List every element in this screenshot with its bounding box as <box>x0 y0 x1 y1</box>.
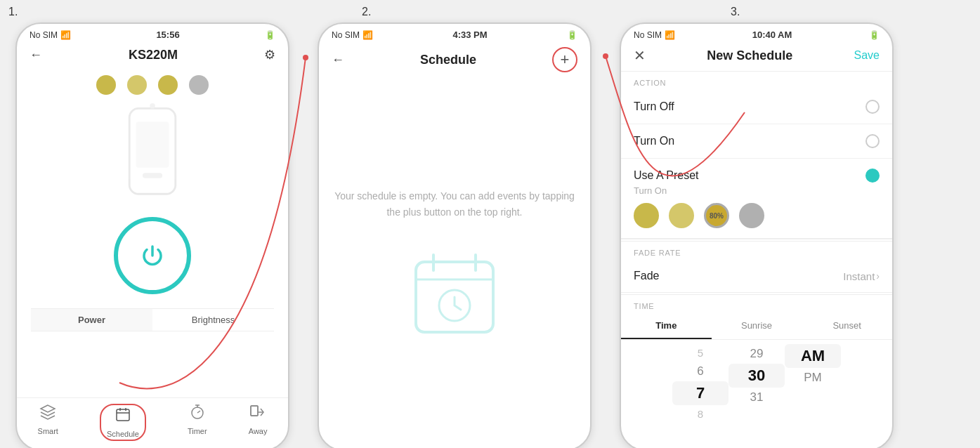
battery-icon-2: 🔋 <box>567 30 577 40</box>
use-preset-section: Use A Preset Turn On 80% <box>621 159 892 239</box>
bottom-nav-timer[interactable]: Timer <box>188 404 207 441</box>
turn-off-label: Turn Off <box>634 100 674 113</box>
power-button-ring[interactable] <box>114 217 191 294</box>
tab-brightness[interactable]: Brightness <box>152 309 274 331</box>
step-1-label: 1. <box>8 6 18 18</box>
status-bar-1: No SIM 📶 15:56 🔋 <box>17 24 288 43</box>
back-icon-1[interactable]: ← <box>30 48 42 62</box>
time-tab-sunrise[interactable]: Sunrise <box>712 313 802 339</box>
away-icon <box>249 404 266 425</box>
preset-dots-row: 80% <box>634 203 880 228</box>
use-preset-radio[interactable] <box>865 169 880 183</box>
sim-label-3: No SIM <box>634 30 662 40</box>
time-tab-sunset[interactable]: Sunset <box>802 313 892 339</box>
fade-label: Fade <box>634 270 659 282</box>
wifi-icon-1: 📶 <box>60 30 71 40</box>
svg-rect-13 <box>251 406 258 416</box>
empty-schedule-text: Your schedule is empty. You can add even… <box>333 188 576 220</box>
fade-chevron-icon: › <box>876 270 880 282</box>
svg-point-20 <box>303 55 308 60</box>
time-2: 4:33 PM <box>452 29 487 40</box>
time-tabs: Time Sunrise Sunset <box>621 313 892 340</box>
nav-title-1: KS220M <box>129 48 178 62</box>
save-button[interactable]: Save <box>854 49 880 62</box>
phone-1: No SIM 📶 15:56 🔋 ← KS220M ⚙ <box>15 22 289 448</box>
nav-bar-1: ← KS220M ⚙ <box>17 43 288 68</box>
minute-31[interactable]: 31 <box>729 388 785 407</box>
preset-subtitle: Turn On <box>634 185 880 196</box>
wifi-icon-2: 📶 <box>362 30 373 40</box>
back-icon-2[interactable]: ← <box>332 53 344 67</box>
close-button[interactable]: ✕ <box>634 47 646 64</box>
hour-6[interactable]: 6 <box>672 362 729 381</box>
svg-line-11 <box>197 411 200 413</box>
minutes-column: 29 30 31 <box>729 344 785 423</box>
fade-row[interactable]: Fade Instant › <box>621 260 892 293</box>
turn-on-row[interactable]: Turn On <box>621 124 892 159</box>
phone-2: No SIM 📶 4:33 PM 🔋 ← Schedule + Your sch… <box>318 22 592 448</box>
use-preset-label: Use A Preset <box>634 169 699 182</box>
color-dot-2[interactable] <box>127 75 147 95</box>
battery-icon-3: 🔋 <box>869 30 880 40</box>
calendar-illustration <box>409 248 500 339</box>
bottom-nav-timer-label: Timer <box>188 427 207 435</box>
turn-off-radio[interactable] <box>865 100 880 114</box>
turn-on-label: Turn On <box>634 135 674 147</box>
preset-dot-2[interactable] <box>669 203 694 228</box>
nav-bar-2: ← Schedule + <box>319 43 590 78</box>
preset-dot-selected[interactable]: 80% <box>704 203 729 228</box>
tab-power[interactable]: Power <box>31 309 152 331</box>
nav-title-2: Schedule <box>420 53 476 67</box>
sim-label-2: No SIM <box>332 30 360 40</box>
use-preset-row[interactable]: Use A Preset <box>621 159 892 185</box>
wifi-icon-3: 📶 <box>665 30 675 40</box>
ampm-column: AM PM <box>785 344 841 423</box>
screen1-body: Power Brightness <box>17 68 288 397</box>
time-1: 15:56 <box>156 29 179 40</box>
color-dot-3[interactable] <box>158 75 178 95</box>
time-3: 10:40 AM <box>752 29 792 40</box>
screen3-body: ACTION Turn Off Turn On Use A Preset Tur… <box>621 70 892 448</box>
svg-point-21 <box>603 53 608 59</box>
preset-dots-section: Turn On 80% <box>621 185 892 239</box>
bottom-nav-smart[interactable]: Smart <box>38 404 58 441</box>
svg-rect-4 <box>117 409 129 421</box>
hour-5[interactable]: 5 <box>672 344 729 362</box>
minute-29[interactable]: 29 <box>729 344 785 364</box>
hour-7[interactable]: 7 <box>672 381 729 405</box>
hour-8[interactable]: 8 <box>672 405 729 423</box>
bottom-nav-1: Smart Schedule Timer Away <box>17 397 288 448</box>
svg-rect-12 <box>251 406 258 416</box>
preset-dot-80-label: 80% <box>710 212 724 220</box>
svg-rect-1 <box>136 121 169 168</box>
color-dot-1[interactable] <box>96 75 116 95</box>
bottom-nav-away[interactable]: Away <box>249 404 268 441</box>
fade-rate-header: FADE RATE <box>621 241 892 260</box>
bottom-nav-schedule[interactable]: Schedule <box>100 404 146 441</box>
add-schedule-button[interactable]: + <box>552 47 577 72</box>
ampm-pm[interactable]: PM <box>785 368 841 388</box>
schedule-icon <box>115 407 131 428</box>
fade-value: Instant <box>843 270 875 282</box>
hours-column: 5 6 7 8 <box>672 344 729 423</box>
svg-point-3 <box>150 103 155 109</box>
settings-icon-1[interactable]: ⚙ <box>264 47 275 62</box>
preset-dot-1[interactable] <box>634 203 659 228</box>
step-2-label: 2. <box>362 6 371 18</box>
screen2-body: Your schedule is empty. You can add even… <box>319 78 590 448</box>
turn-off-row[interactable]: Turn Off <box>621 90 892 124</box>
smart-icon <box>39 404 56 425</box>
bottom-nav-away-label: Away <box>249 427 268 435</box>
color-dots-row <box>96 75 209 95</box>
preset-dot-4[interactable] <box>739 203 764 228</box>
step-3-label: 3. <box>731 6 740 18</box>
minute-30[interactable]: 30 <box>729 364 785 388</box>
nav-title-3: New Schedule <box>707 48 792 63</box>
turn-on-radio[interactable] <box>865 134 880 148</box>
time-tab-time[interactable]: Time <box>621 313 712 339</box>
ampm-am[interactable]: AM <box>785 344 841 368</box>
time-section-header: TIME <box>621 294 892 313</box>
color-dot-4[interactable] <box>189 75 209 95</box>
bottom-nav-schedule-label: Schedule <box>107 430 139 438</box>
device-illustration <box>107 102 198 207</box>
